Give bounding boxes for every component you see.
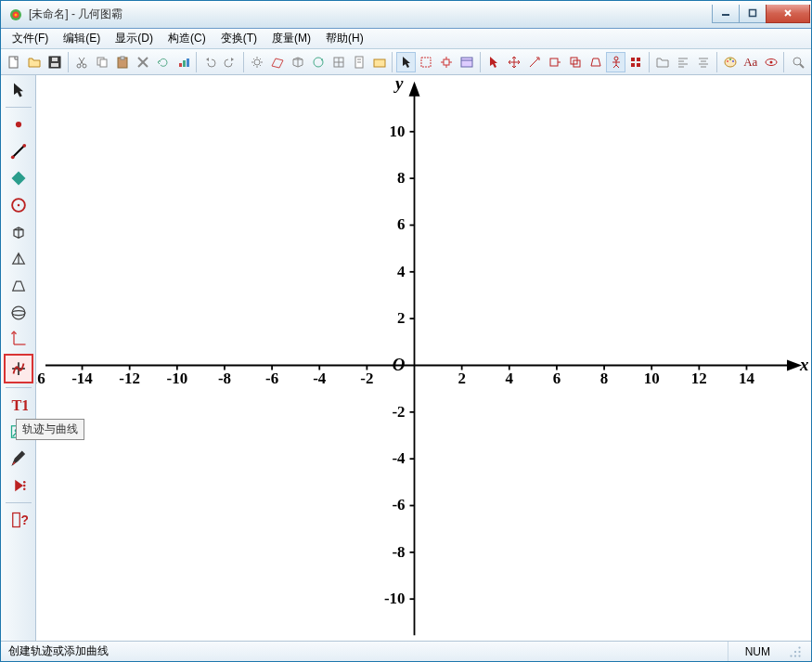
svg-point-75 <box>729 58 731 60</box>
help-tool-icon[interactable]: ? <box>6 507 32 533</box>
svg-text:-2: -2 <box>360 370 373 387</box>
svg-point-98 <box>23 485 26 487</box>
svg-rect-10 <box>52 58 58 61</box>
undo-icon[interactable] <box>200 52 220 72</box>
trapezoid-red-icon[interactable] <box>586 52 605 72</box>
svg-point-76 <box>732 60 734 62</box>
menu-file[interactable]: 文件(F) <box>5 29 56 48</box>
pen-tool-icon[interactable] <box>6 446 32 472</box>
svg-point-162 <box>790 655 792 656</box>
resize-grip-icon[interactable] <box>787 643 804 660</box>
menu-transform[interactable]: 变换(T) <box>213 29 264 48</box>
arrow-tool-icon[interactable] <box>484 52 504 72</box>
cube-grid-icon[interactable] <box>329 52 348 72</box>
open-file-icon[interactable] <box>25 52 45 72</box>
menu-help[interactable]: 帮助(H) <box>318 29 371 48</box>
window-icon[interactable] <box>458 52 477 72</box>
move-icon[interactable] <box>505 52 524 72</box>
frustum-tool-icon[interactable] <box>6 273 32 299</box>
horizontal-toolbar: Aa <box>1 49 811 75</box>
grid4-icon[interactable] <box>626 52 646 72</box>
app-icon <box>8 7 23 22</box>
point-tool-icon[interactable] <box>6 111 32 137</box>
delete-icon[interactable] <box>133 52 152 72</box>
menu-construct[interactable]: 构造(C) <box>161 29 213 48</box>
perspective-icon[interactable] <box>268 52 288 72</box>
svg-text:-12: -12 <box>384 637 406 641</box>
pyramid-tool-icon[interactable] <box>6 246 32 272</box>
window-title: [未命名] - 几何图霸 <box>29 6 713 22</box>
svg-text:10: 10 <box>644 370 660 387</box>
svg-text:2: 2 <box>397 309 405 327</box>
zoom-icon[interactable] <box>788 52 807 72</box>
cube-tool-icon[interactable] <box>6 219 32 245</box>
svg-text:-4: -4 <box>313 370 327 387</box>
locus-curve-tool-icon[interactable] <box>4 354 33 383</box>
rotate-icon[interactable] <box>153 52 173 72</box>
cut-icon[interactable] <box>72 52 92 72</box>
pointer-icon[interactable] <box>396 52 416 72</box>
align-left-icon[interactable] <box>674 52 693 72</box>
menu-view[interactable]: 显示(D) <box>108 29 161 48</box>
svg-point-86 <box>17 204 19 207</box>
play-tool-icon[interactable] <box>6 473 32 499</box>
line-tool-icon[interactable] <box>6 138 32 164</box>
svg-point-14 <box>83 64 86 68</box>
paste-icon[interactable] <box>112 52 132 72</box>
svg-rect-41 <box>421 58 431 67</box>
folder-box-icon[interactable] <box>369 52 389 72</box>
svg-rect-22 <box>183 60 186 67</box>
titlebar[interactable]: [未命名] - 几何图霸 <box>1 1 811 29</box>
eye-icon[interactable] <box>761 52 780 72</box>
svg-point-33 <box>314 58 323 67</box>
text-style-icon[interactable]: Aa <box>741 52 760 72</box>
svg-rect-9 <box>51 63 58 67</box>
vector-icon[interactable] <box>524 52 544 72</box>
new-file-icon[interactable] <box>5 52 24 72</box>
wireframe-icon[interactable] <box>289 52 308 72</box>
save-icon[interactable] <box>45 52 65 72</box>
text-tool-icon[interactable]: T1 <box>6 392 32 418</box>
target-red-icon[interactable] <box>437 52 457 72</box>
svg-rect-40 <box>374 59 385 67</box>
folder-tab-icon[interactable] <box>653 52 673 72</box>
svg-point-24 <box>254 59 260 65</box>
stack-icon[interactable] <box>565 52 585 72</box>
rect-plus-icon[interactable] <box>545 52 564 72</box>
align-center-icon[interactable] <box>694 52 714 72</box>
sphere-tool-icon[interactable] <box>6 300 32 326</box>
svg-rect-42 <box>444 59 449 65</box>
svg-rect-21 <box>179 63 182 67</box>
gear-icon[interactable] <box>248 52 267 72</box>
polygon-tool-icon[interactable] <box>6 165 32 191</box>
svg-line-31 <box>260 58 261 59</box>
close-button[interactable] <box>766 5 810 23</box>
axes-tool-icon[interactable] <box>6 327 32 353</box>
chart-icon[interactable] <box>174 52 193 72</box>
copy-icon[interactable] <box>93 52 112 72</box>
svg-line-80 <box>800 64 804 68</box>
svg-rect-52 <box>550 58 558 66</box>
svg-line-82 <box>12 146 24 158</box>
svg-text:8: 8 <box>397 169 405 187</box>
svg-text:T1: T1 <box>11 397 28 414</box>
canvas[interactable]: xyO-16-14-12-10-8-6-4-22468101214108642-… <box>36 75 811 641</box>
vertical-toolbar: T1 ? 轨迹与曲线 <box>1 75 36 641</box>
svg-point-78 <box>769 60 772 63</box>
svg-text:-16: -16 <box>36 370 45 387</box>
person-icon[interactable] <box>606 52 625 72</box>
minimize-button[interactable] <box>712 5 740 23</box>
document-icon[interactable] <box>349 52 368 72</box>
svg-text:-12: -12 <box>119 370 140 387</box>
palette-icon[interactable] <box>720 52 740 72</box>
select-tool-icon[interactable] <box>6 77 32 103</box>
menu-edit[interactable]: 编辑(E) <box>56 29 108 48</box>
crop-red-icon[interactable] <box>417 52 436 72</box>
svg-text:x: x <box>799 355 809 374</box>
circle-refresh-icon[interactable] <box>309 52 329 72</box>
svg-point-79 <box>793 58 801 65</box>
circle-tool-icon[interactable] <box>6 192 32 218</box>
redo-icon[interactable] <box>221 52 240 72</box>
menu-measure[interactable]: 度量(M) <box>264 29 318 48</box>
maximize-button[interactable] <box>739 5 767 23</box>
